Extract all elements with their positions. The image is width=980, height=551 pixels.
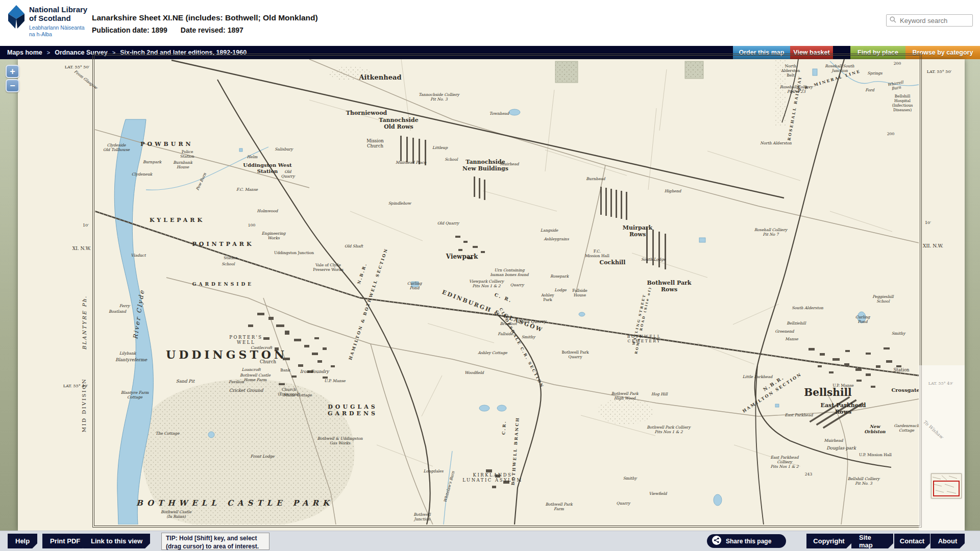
find-by-place-button[interactable]: Find by place (850, 46, 905, 59)
map-image (95, 59, 919, 524)
page-header: National Libraryof Scotland Leabharlann … (0, 0, 980, 46)
share-icon (712, 535, 722, 547)
search-input[interactable] (899, 16, 969, 25)
footer-bar: Help Print PDF Link to this view TIP: Ho… (0, 531, 980, 551)
tip-line-1: TIP: Hold [Shift] key, and select (166, 534, 265, 542)
keyword-search-box[interactable] (886, 14, 973, 27)
print-pdf-button[interactable]: Print PDF (42, 534, 88, 548)
nls-logo[interactable]: National Libraryof Scotland Leabharlann … (8, 5, 87, 38)
site-map-button[interactable]: Site map (851, 534, 893, 548)
zoom-out-button[interactable]: − (6, 79, 19, 92)
breadcrumb-bar: Maps home > Ordnance Survey > Six-inch 2… (0, 46, 980, 59)
minimap[interactable] (931, 473, 962, 498)
map-viewport: UDDINGSTONBellshillBOTHWELL CASTLE PARKD… (0, 59, 980, 531)
share-label: Share this page (726, 538, 771, 545)
sheet-title: Lanarkshire Sheet XI.NE (includes: Bothw… (92, 13, 318, 22)
search-icon (890, 16, 896, 25)
revised-date: Date revised: 1897 (181, 26, 243, 34)
nls-logo-icon (8, 5, 24, 32)
breadcrumb: Maps home > Ordnance Survey > Six-inch 2… (0, 46, 733, 59)
share-this-page-button[interactable]: Share this page (707, 534, 786, 548)
breadcrumb-maps-home[interactable]: Maps home (7, 49, 42, 56)
help-button[interactable]: Help (8, 534, 37, 548)
nls-logo-text: National Libraryof Scotland Leabharlann … (29, 5, 87, 38)
zoom-control: + − (6, 65, 19, 93)
map-canvas[interactable]: UDDINGSTONBellshillBOTHWELL CASTLE PARKD… (95, 59, 919, 524)
sheet-dates: Publication date: 1899Date revised: 1897 (92, 26, 318, 34)
tip-box: TIP: Hold [Shift] key, and select (drag … (161, 533, 270, 550)
browse-by-category-button[interactable]: Browse by category (905, 46, 980, 59)
copyright-button[interactable]: Copyright (806, 534, 851, 548)
breadcrumb-edition: Six-inch 2nd and later editions, 1892-19… (120, 49, 247, 56)
link-to-this-view-button[interactable]: Link to this view (83, 534, 150, 548)
nav-gap (833, 46, 850, 59)
minimap-extent-box (933, 481, 960, 496)
publication-date: Publication date: 1899 (92, 26, 167, 34)
map-sheet: UDDINGSTONBellshillBOTHWELL CASTLE PARKD… (18, 59, 965, 531)
breadcrumb-separator: > (47, 49, 50, 56)
minimap-panel (919, 365, 965, 531)
view-basket-button[interactable]: View basket (790, 46, 833, 59)
breadcrumb-ordnance-survey[interactable]: Ordnance Survey (55, 49, 108, 56)
order-this-map-button[interactable]: Order this map (733, 46, 790, 59)
about-button[interactable]: About (930, 534, 965, 548)
zoom-in-button[interactable]: + (6, 65, 19, 78)
tip-line-2: (drag cursor) to area of interest. (166, 542, 265, 550)
breadcrumb-separator: > (112, 49, 115, 56)
contact-button[interactable]: Contact (894, 534, 930, 548)
